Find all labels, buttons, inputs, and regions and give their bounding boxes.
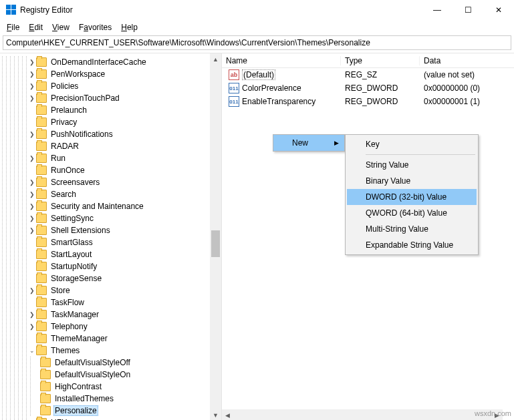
expand-icon[interactable]: ❯: [28, 71, 36, 77]
expand-icon[interactable]: ❯: [28, 287, 36, 294]
tree-scrollbar[interactable]: ▲ ▼: [210, 53, 221, 420]
ctx-item[interactable]: DWORD (32-bit) Value: [347, 189, 477, 205]
folder-icon: [36, 69, 47, 79]
tree-item[interactable]: ❯PrecisionTouchPad: [0, 92, 221, 104]
address-bar[interactable]: Computer\HKEY_CURRENT_USER\Software\Micr…: [3, 35, 511, 50]
tree-item[interactable]: ❯Telephony: [0, 321, 221, 333]
tree-item[interactable]: ❯OnDemandInterfaceCache: [0, 56, 221, 68]
tree-item[interactable]: RunOnce: [0, 164, 221, 176]
tree-item[interactable]: SmartGlass: [0, 236, 221, 248]
list-row[interactable]: ab(Default)REG_SZ(value not set): [222, 68, 514, 81]
menu-favorites[interactable]: Favorites: [75, 21, 116, 33]
close-button[interactable]: ✕: [483, 0, 514, 19]
tree-label: Search: [49, 190, 78, 199]
tree-item[interactable]: ⌄Themes: [0, 345, 221, 357]
tree-item[interactable]: StorageSense: [0, 272, 221, 284]
value-icon: 011: [229, 83, 239, 93]
tree-item[interactable]: Prelaunch: [0, 104, 221, 116]
ctx-item[interactable]: String Value: [347, 157, 477, 173]
tree-label: StorageSense: [49, 274, 103, 283]
value-data: 0x00000000 (0): [420, 83, 514, 93]
folder-icon: [36, 93, 47, 103]
window-title: Registry Editor: [20, 5, 422, 15]
list-hscrollbar[interactable]: ◀ ▶: [222, 409, 503, 420]
tree-item[interactable]: StartupNotify: [0, 260, 221, 272]
maximize-button[interactable]: ☐: [453, 0, 483, 19]
tree-item[interactable]: ❯Security and Maintenance: [0, 200, 221, 212]
expand-icon[interactable]: ❯: [28, 311, 36, 318]
value-name: EnableTransparency: [242, 97, 315, 106]
tree-item[interactable]: DefaultVisualStyleOff: [0, 357, 221, 369]
ctx-item[interactable]: QWORD (64-bit) Value: [347, 205, 477, 221]
menu-file[interactable]: File: [3, 21, 23, 33]
scroll-up-icon[interactable]: ▲: [210, 53, 221, 65]
expand-icon[interactable]: ❯: [28, 215, 36, 222]
menu-edit[interactable]: Edit: [25, 21, 47, 33]
col-type[interactable]: Type: [341, 56, 420, 65]
tree-item[interactable]: ❯Policies: [0, 80, 221, 92]
tree-item[interactable]: ThemeManager: [0, 333, 221, 345]
expand-icon[interactable]: ❯: [28, 95, 36, 101]
expand-icon[interactable]: ❯: [28, 191, 36, 198]
ctx-item[interactable]: Expandable String Value: [347, 237, 477, 253]
tree-item[interactable]: Privacy: [0, 116, 221, 128]
expand-icon[interactable]: ❯: [28, 179, 36, 186]
tree-panel[interactable]: ❯OnDemandInterfaceCache❯PenWorkspace❯Pol…: [0, 53, 222, 420]
tree-item[interactable]: ❯TaskManager: [0, 308, 221, 321]
expand-icon[interactable]: ❯: [28, 83, 36, 89]
tree-item[interactable]: ❯SettingSync: [0, 212, 221, 224]
folder-icon: [40, 382, 51, 391]
list-row[interactable]: 011ColorPrevalenceREG_DWORD0x00000000 (0…: [222, 81, 514, 95]
tree-label: TaskManager: [49, 310, 100, 319]
tree-item[interactable]: HighContrast: [0, 381, 221, 393]
expand-icon[interactable]: ❯: [28, 203, 36, 210]
ctx-item[interactable]: Multi-String Value: [347, 221, 477, 237]
folder-icon: [36, 346, 47, 355]
tree-item[interactable]: DefaultVisualStyleOn: [0, 369, 221, 381]
tree-label: Telephony: [49, 322, 89, 331]
tree-item[interactable]: RADAR: [0, 140, 221, 152]
expand-icon[interactable]: ❯: [28, 59, 36, 65]
tree-item[interactable]: ❯UFH: [0, 417, 221, 420]
scroll-thumb[interactable]: [211, 230, 220, 257]
col-data[interactable]: Data: [420, 56, 514, 65]
tree-item[interactable]: ❯Search: [0, 188, 221, 200]
menu-view[interactable]: View: [48, 21, 74, 33]
tree-item[interactable]: ❯PenWorkspace: [0, 68, 221, 80]
expand-icon[interactable]: ⌄: [28, 347, 36, 354]
folder-icon: [36, 202, 47, 211]
tree-item[interactable]: ❯Run: [0, 152, 221, 164]
value-type: REG_DWORD: [341, 97, 420, 106]
tree-item[interactable]: TaskFlow: [0, 296, 221, 308]
list-row[interactable]: 011EnableTransparencyREG_DWORD0x00000001…: [222, 95, 514, 108]
tree-label: PrecisionTouchPad: [49, 93, 121, 103]
tree-item[interactable]: StartLayout: [0, 248, 221, 260]
tree-item[interactable]: InstalledThemes: [0, 393, 221, 405]
tree-item[interactable]: ❯Shell Extensions: [0, 224, 221, 236]
scroll-down-icon[interactable]: ▼: [210, 409, 221, 420]
tree-label: Policies: [49, 81, 80, 91]
tree-label: Themes: [49, 346, 81, 355]
expand-icon[interactable]: ❯: [28, 131, 36, 138]
tree-label: SmartGlass: [49, 238, 94, 247]
ctx-item[interactable]: Binary Value: [347, 173, 477, 189]
tree-label: RADAR: [49, 142, 80, 151]
tree-item[interactable]: ❯PushNotifications: [0, 128, 221, 140]
col-name[interactable]: Name: [222, 56, 341, 65]
scroll-left-icon[interactable]: ◀: [222, 409, 233, 420]
tree-item[interactable]: Personalize: [0, 405, 221, 417]
ctx-new[interactable]: New ▶: [273, 135, 344, 151]
expand-icon[interactable]: ❯: [28, 155, 36, 162]
title-bar: Registry Editor — ☐ ✕: [0, 0, 514, 20]
app-icon: [5, 5, 16, 15]
list-header[interactable]: Name Type Data: [222, 53, 514, 68]
minimize-button[interactable]: —: [422, 0, 453, 19]
folder-icon: [36, 166, 47, 175]
tree-item[interactable]: ❯Store: [0, 284, 221, 296]
ctx-item[interactable]: Key: [347, 136, 477, 152]
tree-item[interactable]: ❯Screensavers: [0, 176, 221, 188]
menu-bar: File Edit View Favorites Help: [0, 20, 514, 34]
expand-icon[interactable]: ❯: [28, 323, 36, 330]
menu-help[interactable]: Help: [117, 21, 142, 33]
expand-icon[interactable]: ❯: [28, 227, 36, 234]
